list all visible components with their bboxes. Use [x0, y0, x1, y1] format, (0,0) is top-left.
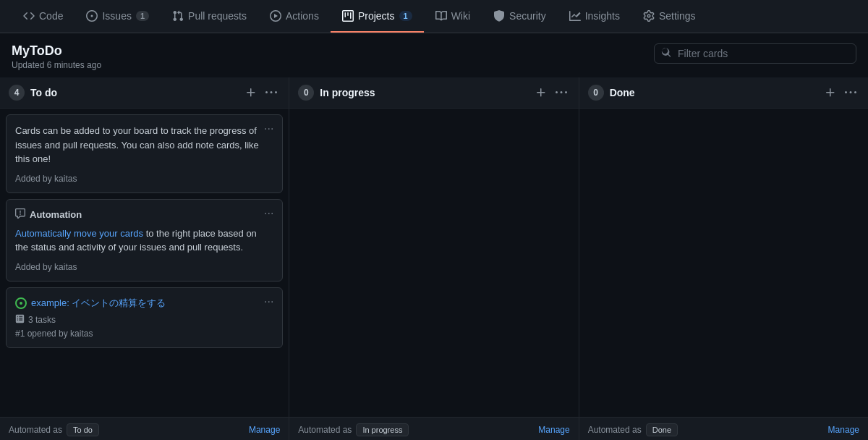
issue-meta: #1 opened by kaitas	[15, 329, 273, 339]
manage-link-todo[interactable]: Manage	[249, 425, 280, 435]
filter-bar	[654, 43, 856, 64]
added-by-label: Added by	[15, 174, 52, 184]
column-done-title: Done	[610, 87, 816, 98]
nav-actions-label: Actions	[286, 10, 319, 22]
column-done: 0 Done Automated as Done Manage	[579, 77, 868, 440]
nav-pull-requests[interactable]: Pull requests	[161, 0, 258, 33]
list-item: ··· example: イベントの精算をする 3 tasks #1 opene…	[6, 287, 283, 348]
projects-icon	[342, 10, 354, 22]
nav-settings-label: Settings	[659, 10, 696, 22]
project-board: 4 To do ··· Cards can be added to your b…	[0, 77, 868, 440]
column-in-progress-header: 0 In progress	[289, 77, 578, 109]
column-in-progress-footer: Automated as In progress Manage	[289, 417, 578, 440]
column-todo-footer: Automated as To do Manage	[0, 417, 289, 440]
nav-security[interactable]: Security	[482, 0, 558, 33]
column-in-progress-count: 0	[298, 85, 314, 101]
filter-input[interactable]	[654, 43, 856, 64]
automation-card-title: Automation	[30, 209, 82, 220]
nav-wiki-label: Wiki	[451, 10, 470, 22]
automated-label-in-progress: Automated as In progress	[298, 423, 409, 436]
automated-label-todo: Automated as To do	[9, 423, 99, 436]
manage-link-in-progress[interactable]: Manage	[538, 425, 569, 435]
settings-icon	[643, 10, 655, 22]
status-tag-todo: To do	[67, 423, 99, 436]
issue-card-header: example: イベントの精算をする	[15, 297, 273, 310]
nav-pull-requests-label: Pull requests	[188, 10, 247, 22]
column-in-progress-body	[289, 109, 578, 417]
column-done-menu-button[interactable]	[842, 85, 859, 100]
issue-open-icon	[15, 297, 27, 309]
column-in-progress-menu-button[interactable]	[553, 85, 570, 100]
column-todo-body: ··· Cards can be added to your board to …	[0, 109, 289, 417]
page-title-section: MyToDo Updated 6 minutes ago	[12, 43, 101, 70]
column-todo: 4 To do ··· Cards can be added to your b…	[0, 77, 289, 440]
nav-insights-label: Insights	[585, 10, 620, 22]
automation-card-text: Automatically move your cards to the rig…	[15, 227, 273, 255]
nav-code[interactable]: Code	[12, 0, 75, 33]
automation-link[interactable]: Automatically move your cards	[15, 228, 143, 239]
automated-label-done: Automated as Done	[588, 423, 678, 436]
tasks-row: 3 tasks	[15, 314, 273, 326]
tasks-icon	[15, 314, 25, 326]
projects-badge: 1	[399, 11, 412, 21]
filter-wrapper	[654, 43, 856, 64]
column-todo-header: 4 To do	[0, 77, 289, 109]
column-done-count: 0	[588, 85, 604, 101]
search-icon	[661, 48, 671, 60]
status-tag-in-progress: In progress	[356, 423, 409, 436]
column-in-progress-title: In progress	[320, 87, 526, 98]
nav-projects[interactable]: Projects 1	[331, 0, 424, 33]
nav-issues-label: Issues	[102, 10, 131, 22]
nav-security-label: Security	[509, 10, 546, 22]
tasks-count: 3 tasks	[28, 315, 56, 325]
page-subtitle: Updated 6 minutes ago	[12, 60, 101, 70]
top-nav: Code Issues 1 Pull requests Actions Proj…	[0, 0, 868, 33]
column-in-progress-add-button[interactable]	[532, 85, 550, 100]
pull-requests-icon	[172, 10, 184, 22]
column-done-footer: Automated as Done Manage	[579, 417, 868, 440]
issues-badge: 1	[136, 11, 149, 21]
automation-added-by: Added by kaitas	[15, 262, 273, 272]
column-todo-title: To do	[30, 87, 237, 98]
card-automation-menu-button[interactable]: ···	[261, 206, 276, 221]
automation-card-header: Automation	[15, 208, 273, 221]
column-done-add-button[interactable]	[822, 85, 839, 100]
status-tag-done: Done	[646, 423, 678, 436]
column-done-actions	[822, 85, 859, 100]
page-title: MyToDo	[12, 43, 101, 59]
issue-title[interactable]: example: イベントの精算をする	[31, 297, 166, 310]
security-icon	[493, 10, 505, 22]
nav-actions[interactable]: Actions	[258, 0, 331, 33]
insights-icon	[569, 10, 581, 22]
automation-icon	[15, 208, 25, 221]
manage-link-done[interactable]: Manage	[828, 425, 859, 435]
nav-issues[interactable]: Issues 1	[75, 0, 161, 33]
column-done-body	[579, 109, 868, 417]
code-icon	[23, 10, 35, 22]
column-todo-count: 4	[9, 85, 25, 101]
list-item: ··· Cards can be added to your board to …	[6, 114, 283, 193]
nav-insights[interactable]: Insights	[558, 0, 631, 33]
page-header: MyToDo Updated 6 minutes ago	[0, 33, 868, 77]
card-note-text: Cards can be added to your board to trac…	[15, 124, 273, 166]
column-todo-add-button[interactable]	[242, 85, 260, 100]
nav-projects-label: Projects	[358, 10, 395, 22]
actions-icon	[270, 10, 281, 22]
list-item: ··· Automation Automatically move your c…	[6, 199, 283, 282]
card-menu-button[interactable]: ···	[261, 121, 276, 137]
nav-code-label: Code	[39, 10, 63, 22]
nav-wiki[interactable]: Wiki	[424, 0, 482, 33]
column-in-progress: 0 In progress Automated as In progress M…	[289, 77, 579, 440]
card-added-by: Added by kaitas	[15, 174, 273, 184]
added-by-user: kaitas	[54, 174, 77, 184]
column-in-progress-actions	[532, 85, 570, 100]
wiki-icon	[435, 10, 447, 22]
column-done-header: 0 Done	[579, 77, 868, 109]
card-issue-menu-button[interactable]: ···	[261, 294, 276, 310]
issues-icon	[86, 10, 98, 22]
column-todo-actions	[242, 85, 280, 100]
nav-settings[interactable]: Settings	[631, 0, 707, 33]
column-todo-menu-button[interactable]	[263, 85, 280, 100]
